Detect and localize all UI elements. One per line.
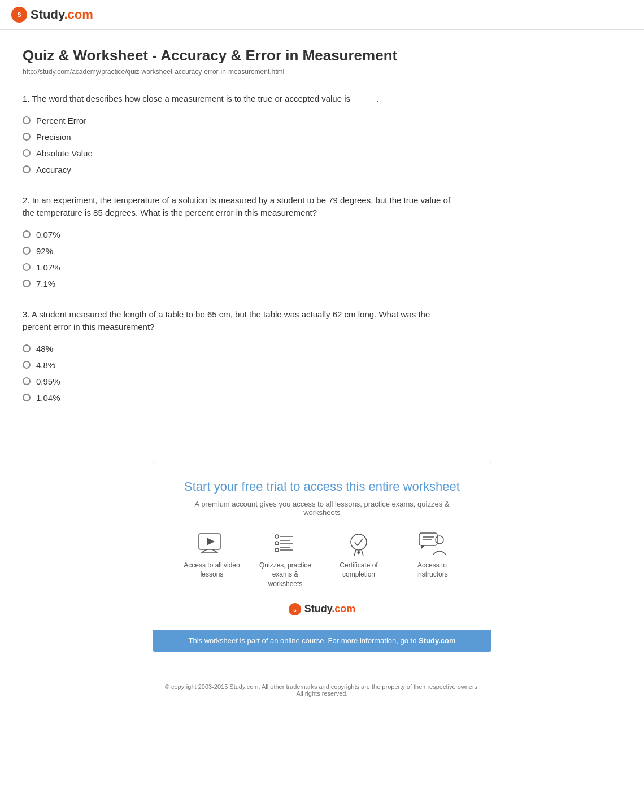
question-1-option-3[interactable]: Absolute Value — [23, 149, 458, 158]
question-2-option-1[interactable]: 0.07% — [23, 230, 458, 239]
svg-line-17 — [362, 550, 363, 556]
questions-container: 1. The word that describes how close a m… — [23, 93, 458, 403]
answer-label-q2-opt4: 7.1% — [36, 279, 55, 289]
svg-point-8 — [275, 542, 279, 545]
promo-subtitle: A premium account gives you access to al… — [176, 500, 468, 517]
feature-instructors-label: Access to instructors — [404, 561, 460, 580]
answer-label-q1-opt1: Percent Error — [36, 116, 86, 125]
page-title: Quiz & Worksheet - Accuracy & Error in M… — [23, 47, 458, 64]
answer-label-q2-opt3: 1.07% — [36, 263, 60, 272]
logo-text: Study.com — [31, 7, 93, 22]
promo-logo-icon: S — [289, 603, 301, 615]
question-3-option-3[interactable]: 0.95% — [23, 377, 458, 386]
footer-copyright: © copyright 2003-2015 Study.com. All oth… — [11, 683, 633, 690]
svg-point-9 — [275, 548, 279, 552]
svg-marker-18 — [357, 551, 360, 555]
page-url: http://study.com/academy/practice/quiz-w… — [23, 68, 458, 76]
promo-banner-text: This worksheet is part of an online cour… — [188, 636, 419, 645]
question-2: 2. In an experiment, the temperature of … — [23, 194, 458, 289]
answer-label-q2-opt2: 92% — [36, 246, 53, 256]
question-3-text: 3. A student measured the length of a ta… — [23, 308, 458, 334]
answer-label-q2-opt1: 0.07% — [36, 230, 60, 239]
quizzes-icon-svg — [270, 531, 301, 556]
radio-q3-opt1[interactable] — [23, 344, 31, 352]
radio-q2-opt4[interactable] — [23, 280, 31, 287]
feature-instructors: Access to instructors — [404, 531, 460, 589]
instructors-icon — [417, 531, 448, 556]
radio-q3-opt4[interactable] — [23, 394, 31, 401]
promo-banner-link[interactable]: Study.com — [419, 636, 456, 645]
feature-certificate-label: Certificate of completion — [330, 561, 387, 580]
header: S Study.com — [0, 0, 644, 30]
radio-q1-opt2[interactable] — [23, 133, 31, 141]
radio-q2-opt3[interactable] — [23, 263, 31, 271]
svg-text:S: S — [18, 12, 21, 18]
promo-logo: S Study.com — [176, 603, 468, 615]
question-1-option-2[interactable]: Precision — [23, 132, 458, 142]
radio-q2-opt2[interactable] — [23, 247, 31, 255]
instructors-icon-svg — [417, 531, 448, 556]
radio-q3-opt3[interactable] — [23, 377, 31, 385]
promo-inner: Start your free trial to access this ent… — [153, 462, 491, 630]
video-icon-svg — [197, 531, 228, 556]
svg-marker-22 — [421, 545, 425, 549]
question-2-text: 2. In an experiment, the temperature of … — [23, 194, 458, 220]
radio-q3-opt2[interactable] — [23, 361, 31, 369]
feature-quizzes-label: Quizzes, practice exams & worksheets — [257, 561, 314, 589]
radio-q1-opt4[interactable] — [23, 165, 31, 173]
feature-quizzes: Quizzes, practice exams & worksheets — [257, 531, 314, 589]
svg-point-23 — [436, 536, 443, 544]
question-2-option-2[interactable]: 92% — [23, 246, 458, 256]
certificate-icon-svg — [343, 531, 375, 556]
logo: S Study.com — [11, 7, 633, 23]
svg-point-15 — [351, 534, 367, 550]
svg-text:S: S — [293, 607, 297, 612]
radio-q2-opt1[interactable] — [23, 230, 31, 238]
svg-rect-19 — [419, 533, 437, 545]
question-3-option-4[interactable]: 1.04% — [23, 393, 458, 403]
question-2-option-4[interactable]: 7.1% — [23, 279, 458, 289]
answer-label-q1-opt4: Accuracy — [36, 165, 71, 174]
certificate-icon — [343, 531, 375, 556]
radio-q1-opt3[interactable] — [23, 149, 31, 157]
question-3: 3. A student measured the length of a ta… — [23, 308, 458, 403]
question-2-option-3[interactable]: 1.07% — [23, 263, 458, 272]
question-1-option-4[interactable]: Accuracy — [23, 165, 458, 174]
feature-video: Access to all video lessons — [184, 531, 240, 589]
question-1-option-1[interactable]: Percent Error — [23, 116, 458, 125]
svg-line-16 — [354, 550, 356, 556]
svg-point-7 — [275, 535, 279, 538]
promo-title: Start your free trial to access this ent… — [176, 479, 468, 494]
feature-video-label: Access to all video lessons — [184, 561, 240, 580]
footer: © copyright 2003-2015 Study.com. All oth… — [0, 675, 644, 705]
question-3-option-2[interactable]: 4.8% — [23, 360, 458, 370]
question-1-text: 1. The word that describes how close a m… — [23, 93, 458, 106]
feature-certificate: Certificate of completion — [330, 531, 387, 589]
study-logo-svg: S — [15, 10, 24, 19]
features-row: Access to all video lessons — [176, 531, 468, 589]
svg-marker-3 — [207, 538, 215, 545]
logo-icon: S — [11, 7, 27, 23]
quizzes-icon — [270, 531, 301, 556]
answer-label-q1-opt2: Precision — [36, 132, 71, 142]
question-3-option-1[interactable]: 48% — [23, 344, 458, 353]
question-1: 1. The word that describes how close a m… — [23, 93, 458, 174]
promo-logo-text: Study.com — [304, 603, 356, 615]
promo-banner: This worksheet is part of an online cour… — [153, 630, 491, 652]
main-content: Quiz & Worksheet - Accuracy & Error in M… — [0, 30, 480, 439]
answer-label-q3-opt1: 48% — [36, 344, 53, 353]
answer-label-q3-opt3: 0.95% — [36, 377, 60, 386]
answer-label-q3-opt2: 4.8% — [36, 360, 55, 370]
radio-q1-opt1[interactable] — [23, 116, 31, 124]
answer-label-q1-opt3: Absolute Value — [36, 149, 93, 158]
promo-box: Start your free trial to access this ent… — [153, 462, 491, 652]
video-icon — [197, 531, 228, 556]
answer-label-q3-opt4: 1.04% — [36, 393, 60, 403]
footer-rights: All rights reserved. — [11, 690, 633, 697]
promo-section: Start your free trial to access this ent… — [0, 462, 644, 652]
